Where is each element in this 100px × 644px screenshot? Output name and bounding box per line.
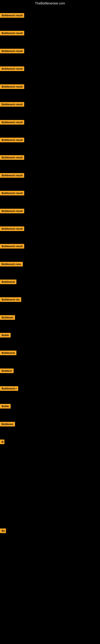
list-item: Bottleneck result xyxy=(0,66,24,72)
list-item: Bottleneck result xyxy=(0,155,24,160)
list-item: Bottlenec xyxy=(0,315,15,320)
bottleneck-badge: Bottleneck result xyxy=(0,155,24,160)
bottleneck-badge: Bottleneck result xyxy=(0,49,24,53)
list-item: Bottleneck result xyxy=(0,31,24,36)
bottleneck-badge: Bottleneck result xyxy=(0,191,24,196)
list-item: Bottleneck xyxy=(0,350,16,356)
list-item: Bo xyxy=(0,528,6,534)
bottleneck-badge: Bottleneck result xyxy=(0,138,24,142)
list-item: Bottleneck result xyxy=(0,138,24,143)
bottleneck-badge: B xyxy=(0,440,4,444)
list-item: Bottleneck result xyxy=(0,120,24,126)
list-item: Bottleneck result xyxy=(0,13,24,18)
bottleneck-badge: Bo xyxy=(0,528,6,533)
bottleneck-badge: Bottleneck result xyxy=(0,13,24,18)
list-item: Bottleneck result xyxy=(0,102,24,108)
list-item: Bottleneck result xyxy=(0,226,24,232)
list-item: Bottleneck result xyxy=(0,209,24,214)
bottleneck-badge: Bottleneck result xyxy=(0,84,24,89)
bottleneck-badge: Bottleneck result xyxy=(0,226,24,231)
bottleneck-badge: Bottleneck r xyxy=(0,386,18,391)
bottleneck-badge: Bottleneck xyxy=(0,350,16,355)
list-item: Bottlene xyxy=(0,368,14,374)
list-item: B xyxy=(0,440,4,445)
site-title: TheBottlenecker.com xyxy=(0,0,100,8)
list-item: Bottleneck resu xyxy=(0,262,23,267)
bottleneck-badge: Bottleneck result xyxy=(0,173,24,178)
bottleneck-badge: Bottle xyxy=(0,404,11,408)
list-item: Bottle xyxy=(0,404,11,409)
list-item: Bottleneck result xyxy=(0,191,24,196)
bottleneck-badge: Bottlenec xyxy=(0,315,15,320)
bottleneck-badge: Bottleneck result xyxy=(0,209,24,213)
page-wrapper: TheBottlenecker.com Bottleneck resultBot… xyxy=(0,0,100,644)
bottleneck-badge: Bottleneck result xyxy=(0,102,24,107)
list-item: Bottleneck result xyxy=(0,84,24,90)
list-item: Bottleneck result xyxy=(0,244,24,249)
list-item: Bottleneck result xyxy=(0,49,24,54)
bottleneck-badge: Bottleneck result xyxy=(0,66,24,71)
bottleneck-badge: Bottle xyxy=(0,333,11,338)
bottleneck-badge: Bottlenec xyxy=(0,422,15,426)
bottleneck-badge: Bottleneck resu xyxy=(0,262,23,266)
bottleneck-badge: Bottleneck result xyxy=(0,120,24,124)
list-item: Bottleneck result xyxy=(0,173,24,178)
list-item: Bottle xyxy=(0,333,11,338)
bottleneck-badge: Bottleneck xyxy=(0,280,16,284)
list-item: Bottleneck res xyxy=(0,297,21,303)
list-item: Bottleneck r xyxy=(0,386,18,392)
bottleneck-badge: Bottleneck result xyxy=(0,244,24,248)
list-item: Bottlenec xyxy=(0,422,15,427)
bottleneck-badge: Bottlene xyxy=(0,368,14,373)
list-item: Bottleneck xyxy=(0,280,16,285)
bottleneck-badge: Bottleneck res xyxy=(0,297,21,302)
bottleneck-badge: Bottleneck result xyxy=(0,31,24,36)
